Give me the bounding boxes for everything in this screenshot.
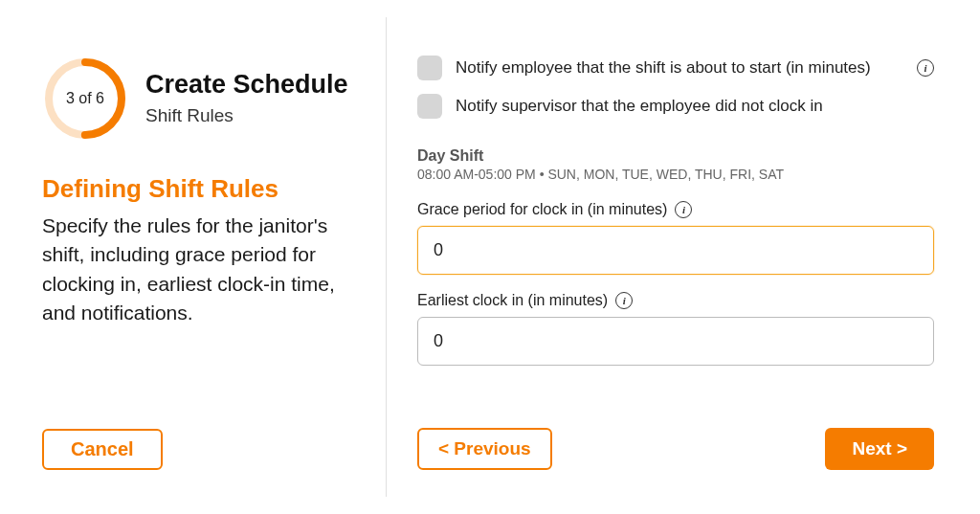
earliest-clockin-label-text: Earliest clock in (in minutes) [417,292,608,309]
earliest-clockin-label: Earliest clock in (in minutes) i [417,292,934,309]
notify-supervisor-row: Notify supervisor that the employee did … [417,94,934,119]
shift-meta: 08:00 AM-05:00 PM • SUN, MON, TUE, WED, … [417,167,934,182]
wizard-container: 3 of 6 Create Schedule Shift Rules Defin… [8,17,972,497]
grace-period-input[interactable] [417,226,934,275]
earliest-clockin-input[interactable] [417,317,934,366]
page-subtitle: Shift Rules [145,105,348,126]
notify-employee-row: Notify employee that the shift is about … [417,56,934,80]
info-icon[interactable]: i [675,201,692,218]
shift-block: Day Shift 08:00 AM-05:00 PM • SUN, MON, … [417,147,934,383]
progress-step-label: 3 of 6 [66,90,104,107]
previous-button[interactable]: < Previous [417,428,552,470]
section-description: Specify the rules for the janitor's shif… [42,212,359,328]
progress-header: 3 of 6 Create Schedule Shift Rules [42,56,359,142]
info-icon[interactable]: i [917,59,934,77]
footer-nav: < Previous Next > [417,428,934,470]
info-icon[interactable]: i [615,292,633,309]
section-heading: Defining Shift Rules [42,174,359,204]
notify-supervisor-label: Notify supervisor that the employee did … [456,97,934,116]
right-panel: Notify employee that the shift is about … [387,17,972,497]
notify-employee-checkbox[interactable] [417,56,442,80]
grace-period-label-text: Grace period for clock in (in minutes) [417,201,667,218]
grace-period-label: Grace period for clock in (in minutes) i [417,201,934,218]
notify-employee-label: Notify employee that the shift is about … [456,58,903,78]
cancel-button[interactable]: Cancel [42,429,163,470]
notify-supervisor-checkbox[interactable] [417,94,442,119]
left-panel: 3 of 6 Create Schedule Shift Rules Defin… [8,17,386,497]
shift-name: Day Shift [417,147,934,165]
next-button[interactable]: Next > [825,428,934,470]
progress-ring: 3 of 6 [42,56,128,142]
page-title: Create Schedule [145,71,348,100]
header-text: Create Schedule Shift Rules [145,71,348,126]
